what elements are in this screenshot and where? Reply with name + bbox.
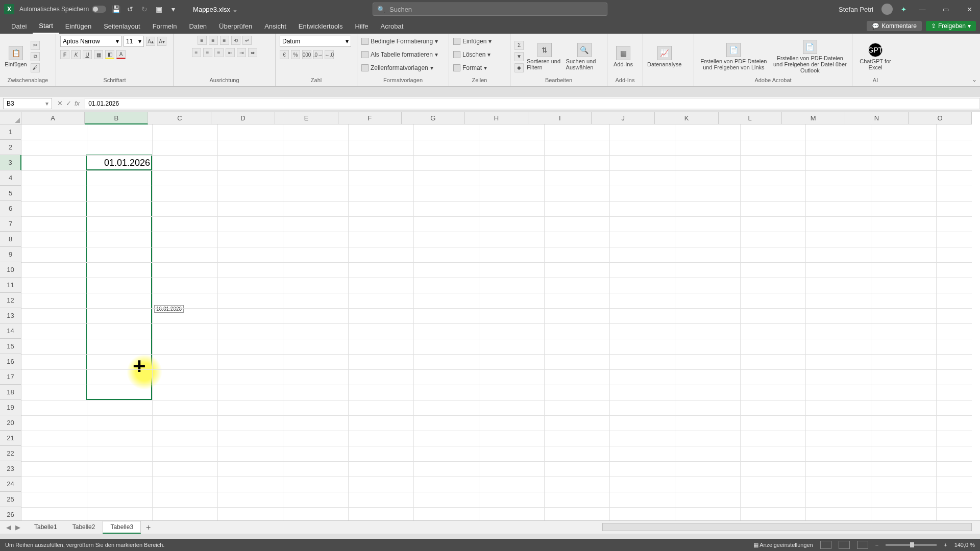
restore-button[interactable]: ▭ [938,4,953,15]
indent-dec-icon[interactable]: ⇤ [226,48,235,57]
merge-icon[interactable]: ⬌ [248,48,257,57]
search-input[interactable]: 🔍 Suchen [373,3,607,16]
paste-button[interactable]: 📋Einfügen [4,46,28,67]
orientation-icon[interactable]: ⟲ [231,36,240,45]
tab-hilfe[interactable]: Hilfe [349,18,375,34]
sheet-tab[interactable]: Tabelle2 [65,521,103,534]
column-header[interactable]: F [338,112,402,124]
addins-button[interactable]: ▦Add-Ins [611,46,635,67]
number-format-combo[interactable]: Datum▾ [280,36,351,47]
save-icon[interactable]: 💾 [111,5,120,14]
align-bottom-icon[interactable]: ≡ [220,36,229,45]
border-icon[interactable]: ▦ [94,50,103,59]
tab-formeln[interactable]: Formeln [146,18,183,34]
fill-icon[interactable]: ▼ [514,52,524,61]
currency-icon[interactable]: € [280,50,289,59]
copy-icon[interactable]: ⧉ [31,52,40,61]
camera-icon[interactable]: ▣ [154,5,163,14]
zoom-level[interactable]: 140,0 % [954,542,975,548]
row-header[interactable]: 24 [0,477,21,492]
collapse-ribbon-icon[interactable]: ⌄ [972,76,977,83]
column-header[interactable]: N [845,112,909,124]
worksheet-grid[interactable]: ABCDEFGHIJKLMNO 123456789101112131415161… [0,112,980,534]
insert-cells-button[interactable]: Einfügen ▾ [453,36,492,47]
row-header[interactable]: 6 [0,201,21,216]
bold-icon[interactable]: F [60,50,69,59]
chatgpt-button[interactable]: GPTChatGPT for Excel [856,43,894,70]
row-header[interactable]: 14 [0,323,21,339]
zoom-in-icon[interactable]: + [944,542,947,548]
format-cells-button[interactable]: Format ▾ [453,62,487,73]
row-header[interactable]: 17 [0,369,21,385]
zoom-slider[interactable] [886,544,937,546]
next-sheet-icon[interactable]: ▶ [15,523,20,531]
decrease-font-icon[interactable]: A▾ [157,37,166,46]
row-header[interactable]: 9 [0,247,21,262]
redo-icon[interactable]: ↻ [140,5,149,14]
cell-styles-button[interactable]: Zellenformatvorlagen ▾ [361,62,433,73]
fx-icon[interactable]: fx [75,99,80,107]
add-sheet-button[interactable]: + [141,521,156,534]
column-header[interactable]: M [782,112,845,124]
row-header[interactable]: 1 [0,124,21,140]
column-header[interactable]: O [909,112,972,124]
column-header[interactable]: I [528,112,592,124]
percent-icon[interactable]: % [291,50,300,59]
increase-font-icon[interactable]: A▴ [146,37,155,46]
minimize-button[interactable]: — [915,4,930,15]
row-header[interactable]: 21 [0,431,21,446]
format-painter-icon[interactable]: 🖌 [31,63,40,72]
align-right-icon[interactable]: ≡ [214,48,224,57]
align-center-icon[interactable]: ≡ [203,48,212,57]
delete-cells-button[interactable]: Löschen ▾ [453,49,491,60]
prev-sheet-icon[interactable]: ◀ [6,523,11,531]
row-header[interactable]: 22 [0,446,21,461]
tab-datei[interactable]: Datei [5,18,33,34]
page-break-view-icon[interactable] [857,541,868,549]
row-header[interactable]: 12 [0,293,21,308]
tab-daten[interactable]: Daten [183,18,213,34]
undo-icon[interactable]: ↺ [126,5,135,14]
wrap-text-icon[interactable]: ↵ [242,36,252,45]
formula-input[interactable]: 01.01.2026 [85,98,980,109]
column-header[interactable]: K [655,112,718,124]
underline-icon[interactable]: U [83,50,92,59]
increase-decimal-icon[interactable]: .0→ [313,50,323,59]
row-header[interactable]: 20 [0,415,21,431]
data-analysis-button[interactable]: 📈Datenanalyse [647,46,681,67]
row-header[interactable]: 16 [0,354,21,369]
sheet-tab[interactable]: Tabelle3 [103,521,141,534]
avatar[interactable] [881,4,893,15]
tab-acrobat[interactable]: Acrobat [375,18,410,34]
column-header[interactable]: E [275,112,338,124]
column-header[interactable]: A [21,112,85,124]
find-select-button[interactable]: 🔍Suchen und Auswählen [566,43,603,70]
comma-icon[interactable]: 000 [302,50,311,59]
font-size-combo[interactable]: 11▾ [124,36,144,47]
column-header[interactable]: C [148,112,211,124]
font-color-icon[interactable]: A [116,50,126,59]
toggle-pill-icon[interactable] [92,6,106,13]
row-header[interactable]: 19 [0,400,21,415]
sheet-tab[interactable]: Tabelle1 [27,521,65,534]
select-all-corner[interactable] [0,112,21,124]
row-header[interactable]: 13 [0,308,21,323]
clear-icon[interactable]: ◆ [514,63,524,72]
column-header[interactable]: L [719,112,782,124]
align-top-icon[interactable]: ≡ [198,36,207,45]
column-header[interactable]: G [402,112,465,124]
qat-more-icon[interactable]: ▾ [168,5,178,14]
comments-button[interactable]: 💬 Kommentare [867,21,922,31]
enter-icon[interactable]: ✓ [66,99,71,107]
pdf-share-links-button[interactable]: 📄Erstellen von PDF-Dateien und Freigeben… [698,43,769,70]
autosave-toggle[interactable]: Automatisches Speichern [19,6,106,13]
row-header[interactable]: 8 [0,232,21,247]
font-name-combo[interactable]: Aptos Narrow▾ [60,36,121,47]
tab-einfügen[interactable]: Einfügen [59,18,97,34]
zoom-out-icon[interactable]: − [875,542,878,548]
align-middle-icon[interactable]: ≡ [209,36,218,45]
tab-überprüfen[interactable]: Überprüfen [213,18,258,34]
name-box[interactable]: B3▾ [3,98,52,109]
italic-icon[interactable]: K [71,50,81,59]
row-header[interactable]: 11 [0,278,21,293]
